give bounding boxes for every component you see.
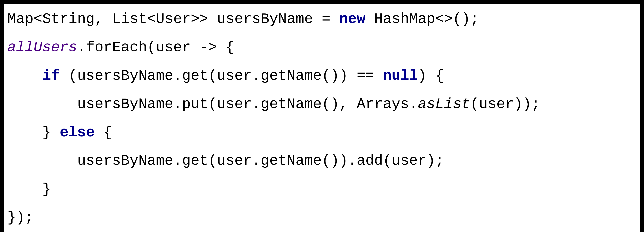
static-method-aslist: asList <box>418 96 470 112</box>
keyword-if: if <box>42 68 60 84</box>
code-text: (user)); <box>470 96 540 112</box>
code-text: usersByName.put(user.getName(), Arrays. <box>77 96 418 112</box>
code-line-4: usersByName.put(user.getName(), Arrays.a… <box>7 96 540 112</box>
indent <box>7 124 42 141</box>
code-text: ) { <box>418 68 444 84</box>
code-line-3: if (usersByName.get(user.getName()) == n… <box>7 68 444 84</box>
code-block: Map<String, List<User>> usersByName = ne… <box>4 4 640 232</box>
code-text: HashMap<>(); <box>365 11 479 27</box>
keyword-null: null <box>383 68 418 84</box>
code-text: { <box>95 124 112 141</box>
code-line-6: usersByName.get(user.getName()).add(user… <box>7 153 444 169</box>
code-text: } <box>42 124 60 141</box>
code-text: }); <box>7 209 34 226</box>
code-line-5: } else { <box>7 124 112 141</box>
code-text: usersByName.get(user.getName()).add(user… <box>77 153 444 169</box>
keyword-else: else <box>60 124 95 141</box>
keyword-new: new <box>339 11 365 27</box>
code-line-8: }); <box>7 209 34 226</box>
indent <box>7 181 42 198</box>
code-line-1: Map<String, List<User>> usersByName = ne… <box>7 11 479 27</box>
code-text: Map<String, List<User>> usersByName = <box>7 11 339 27</box>
code-line-7: } <box>7 181 51 198</box>
indent <box>7 68 42 84</box>
indent <box>7 96 77 112</box>
identifier-allusers: allUsers <box>7 39 77 56</box>
code-line-2: allUsers.forEach(user -> { <box>7 39 234 56</box>
code-text: (usersByName.get(user.getName()) == <box>60 68 383 84</box>
code-text: .forEach(user -> { <box>77 39 234 56</box>
code-text: } <box>42 181 51 198</box>
indent <box>7 153 77 169</box>
